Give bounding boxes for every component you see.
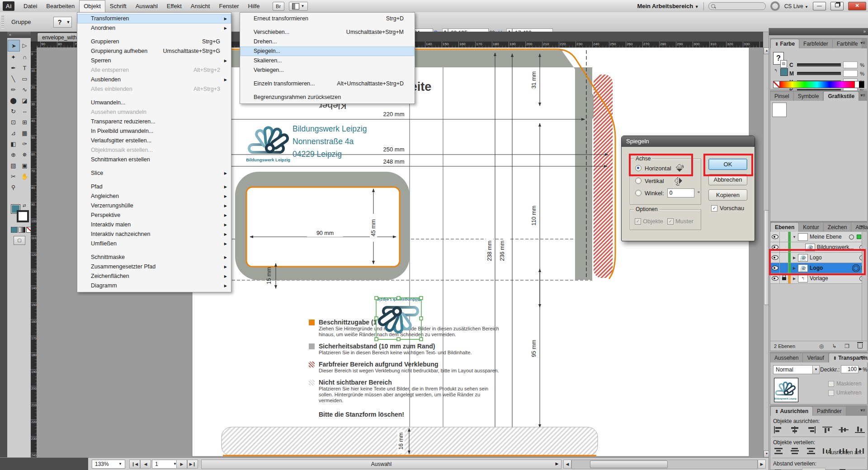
menu-item[interactable]: Verbiegen... ▶ [240, 66, 415, 75]
direct-selection-tool[interactable]: ▷ [19, 40, 30, 51]
menu-item[interactable]: Aussehen umwandeln ▶ [77, 108, 231, 117]
bridge-button[interactable]: Br [273, 2, 284, 11]
visibility-toggle[interactable] [770, 232, 780, 242]
menu-item[interactable]: Diagramm ▶ [77, 281, 231, 291]
screen-mode-button[interactable]: ▢ [14, 236, 25, 245]
menu-item[interactable]: Anordnen ▶ [77, 24, 231, 33]
make-clipping-mask-button[interactable]: ◎ [819, 343, 824, 349]
opacity-flyout-icon[interactable]: ▶ [859, 367, 862, 371]
menu-item[interactable]: Alles einblenden Alt+Strg+3 ▶ [77, 85, 231, 94]
channel-value-field[interactable] [843, 61, 858, 68]
menu-item[interactable]: Transformieren ▶ [77, 14, 231, 24]
horizontal-scrollbar[interactable] [571, 460, 758, 469]
type-tool[interactable]: T [19, 62, 30, 73]
rectangle-tool[interactable]: ▭ [19, 73, 30, 84]
tab-aussehen[interactable]: Aussehen [770, 353, 803, 362]
menu-item[interactable]: ▶ [240, 89, 415, 93]
menu-item[interactable]: Zusammengesetzter Pfad ▶ [77, 262, 231, 272]
align-bottom-button[interactable] [854, 425, 865, 434]
menu-item[interactable]: Verlaufsgitter erstellen... ▶ [77, 136, 231, 146]
menu-item[interactable]: Alle entsperren Alt+Strg+2 ▶ [77, 66, 231, 75]
panel-menu-icon[interactable]: ▾≡ [860, 224, 865, 229]
menu-item[interactable]: Angleichen ▶ [77, 192, 231, 201]
hand-tool[interactable]: ✋ [19, 171, 30, 182]
menu-item[interactable]: In Pixelbild umwandeln... ▶ [77, 127, 231, 136]
vertical-ruler[interactable]: 0102030405060708090100110120130140150160… [31, 47, 37, 457]
panel-menu-icon[interactable]: ▾≡ [860, 93, 865, 98]
expander-icon[interactable]: ▼ [791, 235, 798, 239]
menu-item[interactable]: Gruppierung aufheben Umschalttaste+Strg+… [77, 47, 231, 56]
menu-item[interactable]: Einzeln transformieren... Alt+Umschaltta… [240, 79, 415, 89]
white-swatch[interactable] [854, 81, 859, 88]
dropdown-arrow-icon[interactable]: ▼ [812, 366, 819, 374]
last-page-button[interactable]: ▶❙ [187, 460, 198, 469]
menubar-item[interactable]: Hilfe [244, 0, 264, 12]
menu-item[interactable]: Zeichenflächen ▶ [77, 272, 231, 281]
menu-item[interactable]: Verzerrungshülle ▶ [77, 201, 231, 211]
menu-item[interactable]: ▶ [77, 33, 231, 37]
artboard-tool[interactable]: ▣ [19, 160, 30, 171]
objekte-checkbox[interactable]: ✓Objekte [635, 218, 663, 225]
menu-item[interactable]: Objektmosaik erstellen... ▶ [77, 146, 231, 155]
paintbrush-tool[interactable]: ✏ [8, 84, 19, 95]
menu-item[interactable]: Verschieben... Umschalttaste+Strg+M ▶ [240, 28, 415, 37]
menubar-item[interactable]: Schrift [105, 0, 131, 12]
vertical-space-button[interactable] [773, 468, 784, 470]
distribute-top-button[interactable] [773, 446, 784, 456]
tab-absatz[interactable]: Absatz [851, 223, 868, 232]
muster-checkbox[interactable]: ✓Muster [667, 218, 693, 225]
menu-item[interactable]: Interaktiv nachzeichnen ▶ [77, 230, 231, 239]
tab-ausrichten[interactable]: ⇕Ausrichten [770, 406, 813, 416]
distribute-vcenter-button[interactable] [789, 446, 800, 456]
tab-farbe[interactable]: ⇕Farbe [770, 39, 799, 48]
layers-scrollbar[interactable] [862, 232, 867, 341]
tab-pinsel[interactable]: Pinsel [770, 92, 794, 101]
stroke-swatch[interactable] [17, 210, 29, 222]
none-swatch[interactable] [774, 81, 780, 88]
shape-builder-tool[interactable]: ⊞ [19, 117, 30, 127]
winkel-input[interactable] [667, 188, 694, 197]
tab-zeichen[interactable]: Zeichen [824, 223, 852, 232]
selection-tool[interactable]: ➤ [8, 40, 20, 52]
menubar-item[interactable]: Fenster [214, 0, 243, 12]
maskieren-checkbox[interactable]: Maskieren [828, 381, 861, 387]
panel-menu-icon[interactable]: ▾≡ [860, 40, 865, 45]
black-swatch[interactable] [859, 81, 864, 88]
menu-item[interactable]: ▶ [77, 94, 231, 98]
current-fill-swatch[interactable] [780, 68, 788, 76]
tab-pathfinder[interactable]: Pathfinder [813, 407, 846, 416]
menu-item[interactable]: Perspektive ▶ [77, 211, 231, 220]
zoom-tool[interactable]: ⚲ [8, 182, 19, 193]
tab-farbfelder[interactable]: Farbfelder [799, 39, 833, 48]
menu-item[interactable]: Schnittmarken erstellen ▶ [77, 155, 231, 164]
tab-kontur[interactable]: Kontur [799, 223, 823, 232]
menu-item[interactable]: Erneut transformieren Strg+D ▶ [240, 14, 415, 24]
blend-mode-select[interactable]: Normal▼ [773, 365, 820, 374]
menu-item[interactable]: ▶ [240, 75, 415, 79]
mesh-tool[interactable]: ▦ [19, 127, 30, 138]
menu-item[interactable]: Transparenz reduzieren... ▶ [77, 117, 231, 127]
align-hcenter-button[interactable] [789, 425, 800, 434]
umkehren-checkbox[interactable]: Umkehren [828, 390, 861, 396]
search-input[interactable] [708, 2, 766, 10]
menu-item[interactable]: Umfließen ▶ [77, 239, 231, 249]
tab-farbhilfe[interactable]: Farbhilfe [833, 39, 863, 48]
menubar-item[interactable]: Bearbeiten [42, 0, 79, 12]
channel-value-field[interactable] [843, 70, 858, 77]
dock-collapse-strip[interactable] [0, 32, 8, 457]
menu-item[interactable]: Interaktiv malen ▶ [77, 220, 231, 230]
dialog-title-bar[interactable]: Spiegeln [622, 136, 755, 147]
recolor-artwork-button[interactable]: ? [53, 17, 66, 28]
menu-item[interactable]: Umwandeln... ▶ [77, 98, 231, 108]
symbol-sprayer-tool[interactable]: ✵ [19, 149, 30, 160]
panel-grip[interactable] [1, 16, 4, 28]
next-page-button[interactable]: ▶ [176, 460, 187, 469]
opacity-field[interactable]: 100 [841, 365, 859, 373]
arrange-documents-button[interactable]: ▼ [289, 2, 308, 11]
tab-ebenen[interactable]: Ebenen [770, 222, 799, 232]
layer-row-meine-ebene[interactable]: ▼ Meine Ebene ▲ [770, 232, 867, 242]
close-button[interactable]: ✕ [848, 2, 866, 10]
menu-item[interactable]: Ausblenden ▶ [77, 75, 231, 85]
menu-item[interactable]: Schnittmaske ▶ [77, 253, 231, 262]
panel-menu-icon[interactable]: ▾≡ [860, 408, 865, 413]
